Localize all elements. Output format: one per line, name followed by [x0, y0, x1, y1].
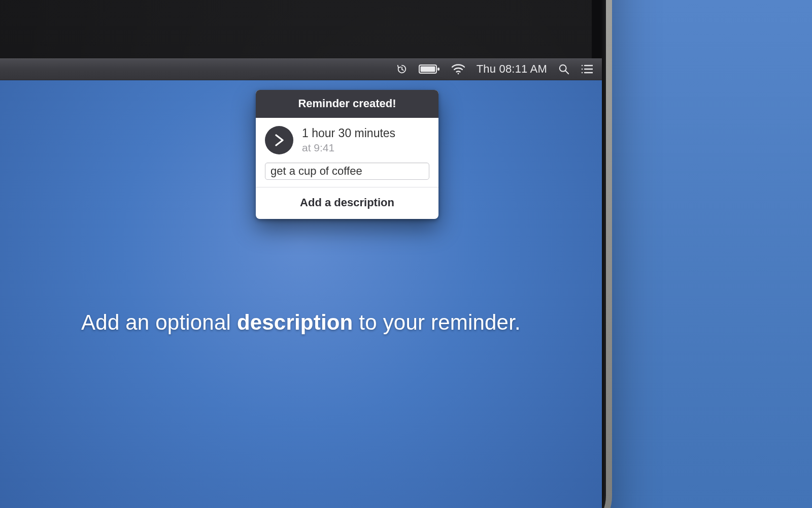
- timer-menubar-icon[interactable]: [396, 64, 408, 75]
- desktop: Reminder created! 1 hour 30 minutes at 9…: [0, 80, 602, 508]
- svg-point-8: [582, 65, 583, 66]
- feature-caption: Add an optional description to your remi…: [0, 310, 602, 335]
- svg-rect-4: [437, 68, 439, 71]
- spotlight-icon[interactable]: [558, 64, 569, 75]
- caption-emphasis: description: [237, 310, 353, 334]
- screen: Thu 08:11 AM Reminder created!: [0, 58, 602, 508]
- notification-center-icon[interactable]: [581, 64, 593, 74]
- wifi-icon[interactable]: [451, 64, 465, 75]
- description-input[interactable]: [265, 163, 429, 180]
- menubar-clock[interactable]: Thu 08:11 AM: [477, 64, 547, 75]
- chevron-right-icon: [265, 126, 293, 154]
- menubar: Thu 08:11 AM: [0, 58, 602, 80]
- reminder-duration: 1 hour 30 minutes: [302, 126, 395, 140]
- caption-pre: Add an optional: [81, 310, 237, 334]
- add-description-button[interactable]: Add a description: [256, 187, 438, 219]
- popover-title: Reminder created!: [256, 90, 438, 118]
- caption-post: to your reminder.: [353, 310, 520, 334]
- svg-rect-3: [420, 67, 435, 72]
- svg-line-7: [565, 71, 568, 74]
- battery-icon[interactable]: [419, 64, 440, 74]
- svg-point-10: [582, 72, 583, 73]
- popover-body: 1 hour 30 minutes at 9:41: [256, 118, 438, 187]
- svg-point-5: [457, 73, 459, 75]
- svg-point-9: [582, 69, 583, 70]
- reminder-popover: Reminder created! 1 hour 30 minutes at 9…: [256, 90, 438, 219]
- svg-line-1: [402, 69, 403, 70]
- reminder-time: at 9:41: [302, 142, 395, 154]
